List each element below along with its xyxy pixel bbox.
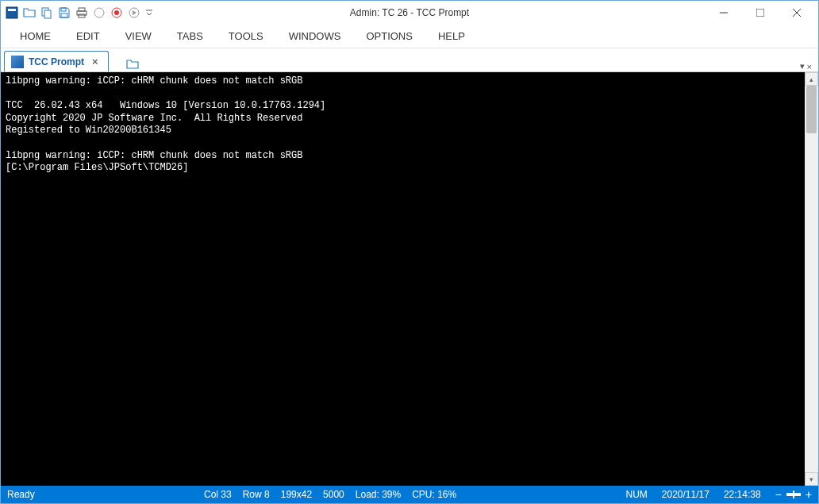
status-col: Col 33 bbox=[204, 489, 232, 500]
terminal-output[interactable]: libpng warning: iCCP: cHRM chunk does no… bbox=[1, 72, 805, 486]
scroll-up-button[interactable]: ▴ bbox=[805, 72, 818, 86]
scroll-down-button[interactable]: ▾ bbox=[805, 472, 818, 486]
status-load: Load: 39% bbox=[356, 489, 401, 500]
close-all-icon: × bbox=[807, 62, 812, 71]
menu-view[interactable]: VIEW bbox=[113, 25, 164, 47]
scroll-thumb[interactable] bbox=[806, 86, 817, 133]
minimize-button[interactable] bbox=[706, 1, 742, 25]
svg-rect-3 bbox=[44, 10, 51, 18]
scroll-track[interactable] bbox=[805, 86, 818, 472]
save-icon[interactable] bbox=[56, 5, 72, 21]
menu-home[interactable]: HOME bbox=[7, 25, 63, 47]
new-tab-button[interactable] bbox=[125, 56, 140, 71]
title-bar: Admin: TC 26 - TCC Prompt bbox=[1, 1, 818, 25]
open-folder-icon[interactable] bbox=[21, 5, 37, 21]
app-icon bbox=[4, 5, 20, 21]
svg-point-9 bbox=[94, 8, 104, 17]
record-icon[interactable] bbox=[109, 5, 125, 21]
menu-edit[interactable]: EDIT bbox=[63, 25, 113, 47]
terminal-area: libpng warning: iCCP: cHRM chunk does no… bbox=[1, 72, 818, 486]
status-date: 2020/11/17 bbox=[662, 489, 709, 500]
maximize-button[interactable] bbox=[742, 1, 779, 25]
menu-tools[interactable]: TOOLS bbox=[216, 25, 276, 47]
status-center: Col 33 Row 8 199x42 5000 Load: 39% CPU: … bbox=[35, 489, 626, 500]
status-row: Row 8 bbox=[243, 489, 270, 500]
chevron-down-icon: ▾ bbox=[800, 61, 805, 71]
svg-rect-1 bbox=[8, 9, 16, 11]
vertical-scrollbar[interactable]: ▴ ▾ bbox=[805, 72, 818, 486]
menu-windows[interactable]: WINDOWS bbox=[276, 25, 354, 47]
status-bar: Ready Col 33 Row 8 199x42 5000 Load: 39%… bbox=[1, 486, 818, 503]
close-button[interactable] bbox=[779, 1, 815, 25]
status-num: NUM bbox=[626, 489, 648, 500]
svg-rect-6 bbox=[79, 8, 85, 11]
menu-help[interactable]: HELP bbox=[425, 25, 478, 47]
menu-options[interactable]: OPTIONS bbox=[353, 25, 425, 47]
status-right: NUM 2020/11/17 22:14:38 − + bbox=[626, 488, 812, 501]
stop-icon[interactable] bbox=[91, 5, 107, 21]
console-icon bbox=[11, 56, 24, 68]
svg-rect-15 bbox=[756, 9, 764, 17]
svg-rect-4 bbox=[61, 8, 66, 11]
copy-icon[interactable] bbox=[39, 5, 55, 21]
zoom-controls: − + bbox=[775, 488, 812, 501]
window-title: Admin: TC 26 - TCC Prompt bbox=[350, 7, 469, 18]
menu-bar: HOME EDIT VIEW TABS TOOLS WINDOWS OPTION… bbox=[1, 25, 818, 48]
svg-rect-5 bbox=[61, 13, 67, 17]
tab-bar: TCC Prompt × ▾ × bbox=[1, 48, 818, 72]
quick-access-toolbar bbox=[4, 5, 155, 21]
status-buffer: 5000 bbox=[323, 489, 344, 500]
tab-label: TCC Prompt bbox=[29, 56, 84, 67]
window-controls bbox=[706, 1, 815, 25]
tab-tcc-prompt[interactable]: TCC Prompt × bbox=[4, 51, 109, 71]
status-time: 22:14:38 bbox=[724, 489, 761, 500]
status-dims: 199x42 bbox=[281, 489, 312, 500]
svg-point-11 bbox=[114, 10, 119, 15]
zoom-slider[interactable] bbox=[786, 493, 801, 496]
status-ready: Ready bbox=[7, 489, 35, 500]
tab-bar-overflow[interactable]: ▾ × bbox=[800, 61, 816, 71]
status-cpu: CPU: 16% bbox=[412, 489, 456, 500]
app-window: Admin: TC 26 - TCC Prompt HOME EDIT VIEW… bbox=[0, 0, 819, 504]
menu-tabs[interactable]: TABS bbox=[164, 25, 216, 47]
zoom-in-button[interactable]: + bbox=[806, 488, 812, 501]
play-icon[interactable] bbox=[126, 5, 142, 21]
tab-close-button[interactable]: × bbox=[89, 56, 102, 67]
qat-dropdown-icon[interactable] bbox=[144, 5, 155, 21]
zoom-out-button[interactable]: − bbox=[775, 488, 782, 501]
print-icon[interactable] bbox=[74, 5, 90, 21]
